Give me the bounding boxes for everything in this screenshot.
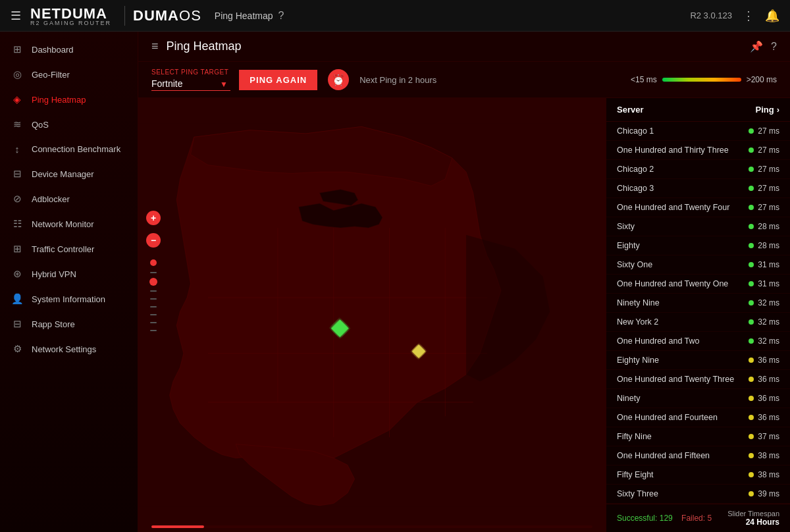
- sidebar-item-ping-heatmap[interactable]: ◈Ping Heatmap: [0, 87, 138, 112]
- sidebar-icon-system-information: 👤: [11, 293, 24, 305]
- server-row[interactable]: One Hundred and Twenty One 31 ms: [606, 275, 790, 294]
- map-controls: + −: [146, 211, 161, 333]
- server-row[interactable]: One Hundred and Twenty Three 36 ms: [606, 370, 790, 389]
- server-name: Fifty Eight: [617, 470, 749, 479]
- server-row[interactable]: Ninety 36 ms: [606, 389, 790, 408]
- ping-legend-high: >200 ms: [747, 75, 777, 84]
- ping-value: 32 ms: [758, 317, 779, 327]
- sidebar-item-geo-filter[interactable]: ◎Geo-Filter: [0, 62, 138, 87]
- sidebar-label-geo-filter: Geo-Filter: [32, 70, 70, 80]
- server-row[interactable]: Sixty Three 39 ms: [606, 485, 790, 504]
- sidebar-item-qos[interactable]: ≋QoS: [0, 112, 138, 137]
- zoom-dash-2: [150, 290, 157, 292]
- topbar-bell-icon[interactable]: 🔔: [765, 9, 779, 23]
- sidebar-item-system-information[interactable]: 👤System Information: [0, 286, 138, 311]
- ping-value: 27 ms: [758, 203, 779, 212]
- sidebar-icon-hybrid-vpn: ⊛: [11, 268, 24, 280]
- server-row[interactable]: Fifty Eight 38 ms: [606, 466, 790, 485]
- next-ping-text: Next Ping in 2 hours: [359, 75, 436, 85]
- page-header: ≡ Ping Heatmap 📌 ?: [138, 32, 790, 62]
- ping-value: 27 ms: [758, 146, 779, 155]
- server-name: New York 2: [617, 317, 749, 327]
- sidebar-label-network-settings: Network Settings: [32, 344, 96, 354]
- sidebar-label-device-manager: Device Manager: [32, 169, 94, 179]
- map-scrollbar[interactable]: [151, 525, 592, 528]
- server-row[interactable]: Eighty Nine 36 ms: [606, 351, 790, 370]
- footer-failed: Failed: 5: [681, 514, 712, 523]
- server-row[interactable]: Chicago 2 27 ms: [606, 160, 790, 179]
- page-header-menu-icon[interactable]: ≡: [151, 40, 159, 53]
- server-name: Sixty One: [617, 260, 749, 269]
- server-row[interactable]: One Hundred and Fifteen 38 ms: [606, 446, 790, 466]
- zoom-out-button[interactable]: −: [146, 233, 161, 248]
- logo-divider: [124, 6, 125, 26]
- server-panel: Server Ping › Chicago 1 27 ms One Hundre…: [606, 98, 790, 532]
- ping-value: 27 ms: [758, 165, 779, 174]
- ping-again-button[interactable]: PING AGAIN: [239, 70, 317, 90]
- server-row[interactable]: One Hundred and Two 32 ms: [606, 332, 790, 351]
- server-name: Chicago 1: [617, 126, 749, 136]
- topbar-more-icon[interactable]: ⋮: [743, 9, 754, 23]
- sidebar-item-dashboard[interactable]: ⊞Dashboard: [0, 37, 138, 62]
- sort-icon: ›: [777, 105, 779, 115]
- server-row[interactable]: One Hundred and Thirty Three 27 ms: [606, 141, 790, 160]
- server-name: One Hundred and Twenty One: [617, 279, 749, 288]
- server-row[interactable]: One Hundred and Twenty Four 27 ms: [606, 198, 790, 217]
- pin-icon[interactable]: 📌: [750, 40, 763, 53]
- server-row[interactable]: Chicago 3 27 ms: [606, 179, 790, 198]
- ping-target-select[interactable]: Fortnite Call of Duty Apex Legends: [151, 77, 230, 91]
- sidebar-item-device-manager[interactable]: ⊟Device Manager: [0, 161, 138, 186]
- ping-value: 31 ms: [758, 279, 779, 288]
- menu-icon[interactable]: ☰: [11, 9, 21, 23]
- server-row[interactable]: Fifty Nine 37 ms: [606, 427, 790, 446]
- sidebar-icon-geo-filter: ◎: [11, 68, 24, 80]
- timer-icon[interactable]: ⏰: [328, 69, 349, 90]
- server-row[interactable]: Sixty One 31 ms: [606, 255, 790, 275]
- sidebar-item-network-monitor[interactable]: ☷Network Monitor: [0, 211, 138, 236]
- ping-value: 28 ms: [758, 241, 779, 250]
- server-row[interactable]: New York 2 32 ms: [606, 313, 790, 332]
- ping-value: 38 ms: [758, 451, 779, 460]
- server-row[interactable]: Sixty 28 ms: [606, 217, 790, 236]
- ping-dot: [749, 128, 754, 134]
- col-ping-label[interactable]: Ping ›: [755, 105, 779, 115]
- map-scrollbar-thumb: [151, 525, 204, 528]
- sidebar-icon-device-manager: ⊟: [11, 168, 24, 180]
- content-area: ≡ Ping Heatmap 📌 ? Select Ping Target Fo…: [138, 32, 790, 532]
- version-badge: R2 3.0.123: [690, 11, 732, 20]
- ping-dot: [749, 186, 754, 191]
- sidebar: ⊞Dashboard◎Geo-Filter◈Ping Heatmap≋QoS↕C…: [0, 32, 138, 532]
- ping-legend: <15 ms >200 ms: [631, 75, 777, 84]
- ping-dot: [749, 147, 754, 153]
- sidebar-item-adblocker[interactable]: ⊘Adblocker: [0, 186, 138, 211]
- server-row[interactable]: Ninety Nine 32 ms: [606, 294, 790, 313]
- zoom-dash-3: [150, 298, 157, 300]
- page-help-icon[interactable]: ?: [771, 41, 777, 53]
- sidebar-item-traffic-controller[interactable]: ⊞Traffic Controller: [0, 236, 138, 261]
- sidebar-item-rapp-store[interactable]: ⊟Rapp Store: [0, 311, 138, 336]
- server-row[interactable]: Eighty 28 ms: [606, 236, 790, 255]
- slider-timespan-label: Slider Timespan: [727, 510, 779, 518]
- sidebar-item-hybrid-vpn[interactable]: ⊛Hybrid VPN: [0, 261, 138, 286]
- server-row[interactable]: One Hundred and Fourteen 36 ms: [606, 408, 790, 427]
- ping-dot: [749, 243, 754, 248]
- ping-value: 31 ms: [758, 260, 779, 269]
- ping-value: 36 ms: [758, 413, 779, 422]
- zoom-in-button[interactable]: +: [146, 211, 161, 225]
- ping-value: 27 ms: [758, 184, 779, 193]
- sidebar-item-network-settings[interactable]: ⚙Network Settings: [0, 336, 138, 361]
- zoom-level-dot: [149, 278, 157, 286]
- slider-timespan: Slider Timespan 24 Hours: [727, 510, 779, 527]
- ping-dot: [749, 491, 754, 496]
- sidebar-icon-network-monitor: ☷: [11, 218, 24, 230]
- sidebar-item-connection-benchmark[interactable]: ↕Connection Benchmark: [0, 137, 138, 161]
- sidebar-label-dashboard: Dashboard: [32, 45, 74, 55]
- ping-dot: [749, 224, 754, 229]
- logo-netduma: NETDUMA R2 GAMING ROUTER: [30, 5, 111, 26]
- sidebar-icon-qos: ≋: [11, 119, 24, 130]
- map-panel: + −: [138, 98, 790, 532]
- ping-dot: [749, 338, 754, 344]
- server-row[interactable]: Chicago 1 27 ms: [606, 122, 790, 141]
- topbar-help-icon[interactable]: ?: [278, 10, 284, 22]
- map-container[interactable]: + −: [138, 98, 606, 532]
